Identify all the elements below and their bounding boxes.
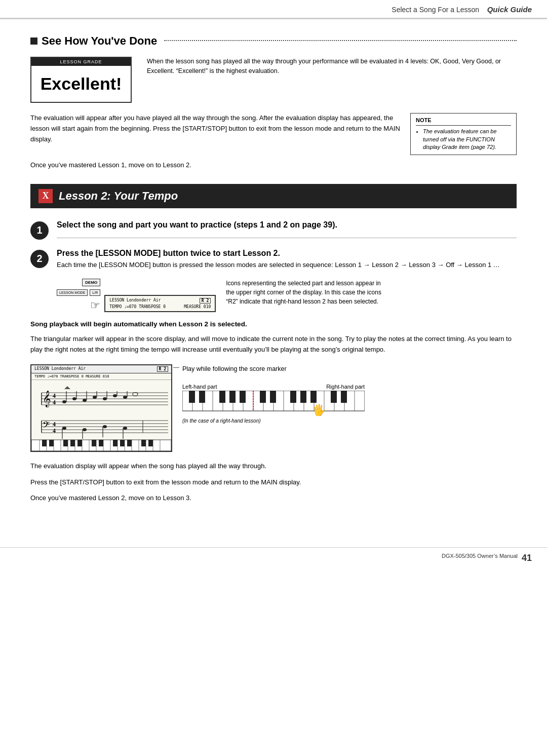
- svg-rect-94: [219, 391, 225, 403]
- svg-rect-62: [42, 440, 47, 446]
- device-screen: LESSON Londonderr Air R 2 TEMPO ♩=070 TR…: [104, 295, 216, 312]
- svg-point-12: [83, 399, 87, 402]
- lr-labels: Left-hand part Right-hand part: [182, 384, 365, 390]
- right-hand-label: Right-hand part: [326, 384, 365, 390]
- note-header: NOTE: [416, 117, 511, 126]
- svg-rect-69: [113, 440, 118, 446]
- svg-rect-63: [49, 440, 54, 446]
- step2-circle: 2: [30, 250, 49, 268]
- body-text-1: NOTE The evaluation feature can be turne…: [30, 113, 517, 155]
- footer: DGX-505/305 Owner’s Manual 41: [0, 547, 547, 569]
- dotted-line: [164, 40, 517, 41]
- score-area: LESSON Londonderr Air R 2 TEMPO ♩=070 TR…: [30, 364, 517, 452]
- svg-rect-95: [229, 391, 236, 403]
- svg-point-10: [72, 397, 76, 400]
- square-icon: [30, 37, 37, 45]
- score-header-left: LESSON Londonderr Air: [34, 366, 86, 372]
- svg-rect-70: [120, 440, 125, 446]
- btn-lr[interactable]: L/R: [90, 289, 100, 296]
- screen-row1: LESSON Londonderr Air R 2: [109, 298, 211, 304]
- score-tempo: TEMPO ♩=070 TRANSPOSE 0 MEASURE 010: [31, 373, 171, 380]
- score-mockup: LESSON Londonderr Air R 2 TEMPO ♩=070 TR…: [30, 364, 172, 452]
- step2-title: Press the [LESSON MODE] button twice to …: [57, 249, 517, 258]
- lesson2-bar: X Lesson 2: Your Tempo: [30, 184, 517, 208]
- svg-rect-100: [300, 391, 306, 403]
- keyboard-diagram-container: Left-hand part Right-hand part: [182, 384, 355, 424]
- excellent-description: When the lesson song has played all the …: [147, 57, 517, 76]
- score-svg: 𝄞 4 4: [31, 380, 171, 451]
- lesson-grade-label: LESSON GRADE: [31, 58, 131, 66]
- device-buttons-left: DEMO LESSON MODE L/R ☞: [57, 279, 100, 312]
- step1-content: Select the song and part you want to pra…: [57, 220, 517, 238]
- step2-item: 2 Press the [LESSON MODE] button twice t…: [30, 249, 517, 270]
- svg-rect-68: [99, 440, 103, 446]
- score-annotation: Play while following the score marker Le…: [182, 364, 355, 424]
- play-annotation: Play while following the score marker: [182, 364, 355, 374]
- keyboard-svg: 🖐: [182, 391, 365, 416]
- excellent-text: Excellent!: [41, 74, 122, 93]
- svg-point-32: [62, 427, 66, 430]
- page: Select a Song For a Lesson Quick Guide S…: [0, 0, 547, 756]
- svg-rect-93: [199, 391, 205, 403]
- step1-circle: 1: [30, 221, 49, 240]
- btn-lesson[interactable]: LESSON MODE: [57, 289, 88, 296]
- svg-point-18: [113, 394, 117, 397]
- svg-rect-67: [92, 440, 96, 446]
- svg-rect-64: [63, 440, 68, 446]
- play-annotation-text: Play while following the score marker: [182, 364, 355, 374]
- section1-heading-text: See How You've Done: [42, 34, 157, 48]
- step2-content: Press the [LESSON MODE] button twice to …: [57, 249, 517, 270]
- svg-point-22: [133, 392, 138, 396]
- screen-line2-left: TEMPO ♩=070 TRANSPOSE 0: [109, 305, 166, 309]
- display-area: DEMO LESSON MODE L/R ☞ LESSON Londonderr…: [57, 279, 517, 312]
- device-mock: DEMO LESSON MODE L/R ☞ LESSON Londonderr…: [57, 279, 216, 312]
- step1-number: 1: [36, 224, 42, 236]
- body-text-2: The triangular marker will appear in the…: [30, 334, 517, 355]
- svg-point-8: [62, 400, 66, 403]
- excellent-box: LESSON GRADE Excellent!: [30, 57, 132, 103]
- section1-heading: See How You've Done: [30, 34, 517, 48]
- score-header-right: R 2: [157, 366, 168, 372]
- svg-text:4: 4: [53, 421, 56, 428]
- svg-rect-101: [310, 391, 317, 403]
- body-text-3: The evaluation display will appear when …: [30, 461, 517, 472]
- in-case-text: (In the case of a right-hand lesson): [182, 418, 261, 424]
- finger-icon: ☞: [90, 299, 100, 312]
- svg-rect-65: [70, 440, 75, 446]
- score-header: LESSON Londonderr Air R 2: [31, 365, 171, 373]
- main-content: See How You've Done LESSON GRADE Excelle…: [0, 19, 547, 537]
- svg-point-16: [103, 397, 107, 400]
- body-text-4: Press the [START/STOP] button to exit fr…: [30, 477, 517, 488]
- svg-rect-72: [141, 440, 146, 446]
- svg-rect-73: [148, 440, 153, 446]
- svg-point-36: [103, 425, 107, 428]
- svg-rect-97: [260, 391, 266, 403]
- svg-rect-71: [127, 440, 132, 446]
- svg-rect-98: [270, 391, 276, 403]
- btn-demo[interactable]: DEMO: [82, 279, 100, 286]
- svg-text:🖐: 🖐: [312, 403, 326, 416]
- svg-point-34: [83, 428, 87, 431]
- screen-line1-right: R 2: [200, 298, 211, 304]
- screen-line1-left: LESSON Londonderr Air: [109, 298, 161, 304]
- screen-row2: TEMPO ♩=070 TRANSPOSE 0 MEASURE 010: [109, 305, 211, 309]
- step1-title: Select the song and part you want to pra…: [57, 220, 517, 230]
- screen-line2-right: MEASURE 010: [184, 305, 211, 309]
- body-text-4-content: Press the [START/STOP] button to exit fr…: [30, 478, 301, 486]
- display-note: Icons representing the selected part and…: [226, 279, 388, 306]
- svg-rect-96: [240, 391, 246, 403]
- svg-marker-23: [64, 386, 70, 389]
- header-title: Select a Song For a Lesson Quick Guide: [392, 5, 532, 14]
- svg-rect-102: [331, 391, 337, 403]
- svg-point-14: [93, 396, 97, 399]
- note-list: The evaluation feature can be turned off…: [416, 128, 511, 151]
- btn-group: LESSON MODE L/R: [57, 289, 100, 296]
- lesson-bar-icon: X: [38, 189, 53, 203]
- mastered-text-1: Once you’ve mastered Lesson 1, move on t…: [30, 161, 517, 169]
- svg-text:𝄢: 𝄢: [43, 420, 50, 432]
- svg-rect-92: [189, 391, 195, 403]
- excellent-area: LESSON GRADE Excellent! When the lesson …: [30, 57, 517, 103]
- svg-text:4: 4: [53, 427, 56, 434]
- excellent-box-body: Excellent!: [31, 66, 131, 102]
- step1-item: 1 Select the song and part you want to p…: [30, 220, 517, 240]
